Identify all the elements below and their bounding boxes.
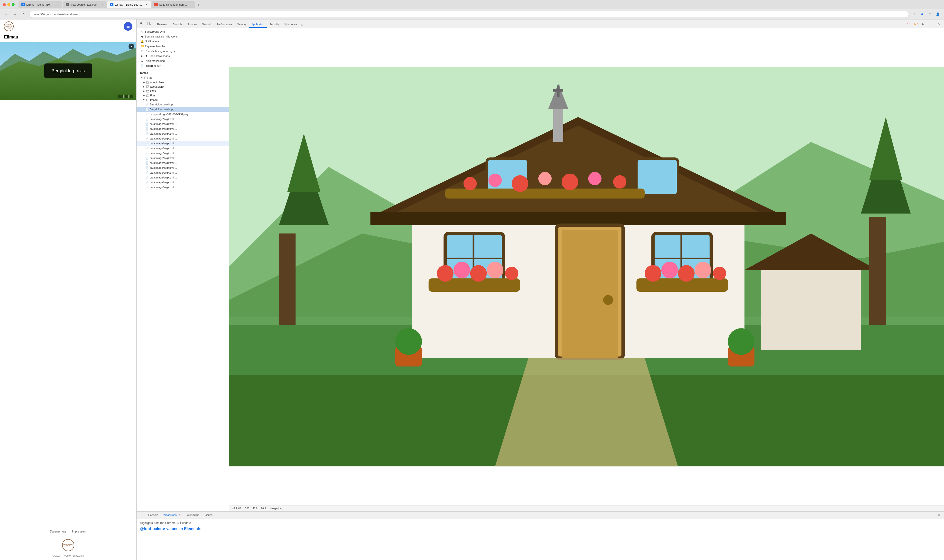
menu-icon[interactable]: ☰	[124, 22, 132, 31]
panorama-close-button[interactable]: ✕	[129, 43, 134, 49]
tree-bergdoktor-1[interactable]: 📄 Bergdoktorpraxis.jpg	[137, 102, 229, 107]
more-options-icon[interactable]: ⋮	[927, 20, 934, 27]
webauthn-tab-label: WebAuthn	[187, 514, 199, 517]
new-tab-button[interactable]: +	[196, 2, 201, 8]
footer-datenschutz[interactable]: Datenschutz	[50, 530, 66, 533]
bottom-content: Highlights from the Chrome 121 update @f…	[137, 519, 944, 560]
tree-bergdoktor-2[interactable]: 📄 Bergdoktorpraxis.jpg	[137, 107, 229, 112]
highlights-text: Highlights from the Chrome 121 update	[140, 521, 941, 525]
close-devtools-icon[interactable]: ✕	[935, 20, 942, 27]
tab-application[interactable]: Application	[249, 22, 267, 28]
back-button[interactable]: ←	[3, 11, 10, 18]
sidebar-label-speculative: Speculative loads	[149, 55, 170, 57]
sidebar-reporting-api[interactable]: 📄 Reporting API	[137, 63, 229, 68]
tree-svg-10[interactable]: 📄 data:image/svg+xml;…	[137, 160, 229, 165]
track-icon: ⊘	[140, 35, 144, 38]
minimize-button[interactable]	[7, 3, 10, 6]
tab-webauthn[interactable]: WebAuthn	[184, 512, 202, 518]
tree-css[interactable]: ▶ CSS	[137, 89, 229, 93]
address-input[interactable]: deine-360-grad-tour.de/steiner-ellmau/	[29, 11, 909, 18]
report-icon: 📄	[140, 64, 144, 68]
svg-rect-6	[148, 22, 150, 25]
forward-button[interactable]: →	[12, 11, 18, 18]
reload-button[interactable]: ↻	[20, 11, 27, 18]
sidebar-bounce-tracking[interactable]: ⊘ Bounce tracking mitigations	[137, 34, 229, 39]
browser-tab-4[interactable]: ! Seite nicht gefunden – Deine… ✕	[151, 1, 195, 8]
tab-3-close[interactable]: ✕	[145, 3, 148, 6]
tree-svg-13[interactable]: 📄 data:image/svg+xml;…	[137, 175, 229, 180]
close-button[interactable]	[3, 3, 6, 6]
tree-top[interactable]: ▼ top	[137, 75, 229, 80]
tree-label-css: CSS	[150, 89, 156, 92]
tab-sources[interactable]: Sources	[185, 22, 199, 28]
tree-svg-15[interactable]: 📄 data:image/svg+xml;…	[137, 185, 229, 190]
sidebar-label-bg-sync: Background sync	[145, 30, 165, 33]
tab-elements[interactable]: Elements	[154, 22, 170, 28]
tab-lighthouse[interactable]: Lighthouse	[281, 22, 300, 28]
page-footer: Datenschutz Impressum	[0, 526, 136, 537]
browser-tab-3[interactable]: E Ellmau – Deine-360-Grad-To… ✕	[107, 1, 151, 8]
tree-svg-3[interactable]: 📄 data:image/svg+xml;…	[137, 126, 229, 131]
panorama-share[interactable]	[125, 95, 129, 98]
tab-console[interactable]: Console	[170, 22, 185, 28]
tree-about-blank-1[interactable]: ▶ about:blank	[137, 80, 229, 85]
sidebar-speculative-loads[interactable]: ▶ ⬆ Speculative loads	[137, 54, 229, 58]
tab-2-close[interactable]: ✕	[101, 3, 104, 6]
browser-tab-1[interactable]: E Ellmau – Deine-360-Grad-To… ✕	[18, 1, 62, 8]
error-badge[interactable]: ✕ 3	[905, 22, 912, 26]
page-spacer	[0, 100, 136, 526]
whats-new-tab-close[interactable]: ✕	[178, 513, 181, 517]
tab-security[interactable]: Security	[267, 22, 281, 28]
sidebar-notifications[interactable]: 🔔 Notifications	[137, 39, 229, 44]
tree-svg-7[interactable]: 📄 data:image/svg+xml;…	[137, 146, 229, 151]
inspector-icon[interactable]	[138, 20, 145, 27]
tab-issues[interactable]: Issues	[202, 512, 215, 518]
tree-svg-1[interactable]: 📄 data:image/svg+xml;…	[137, 117, 229, 122]
tree-svg-11[interactable]: 📄 data:image/svg+xml;…	[137, 165, 229, 170]
tree-label-svg2: data:image/svg+xml;…	[150, 123, 177, 125]
tree-svg-14[interactable]: 📄 data:image/svg+xml;…	[137, 180, 229, 185]
tree-image[interactable]: ▼ Image	[137, 98, 229, 102]
warning-badge[interactable]: ⚠ 2	[912, 22, 919, 26]
tree-svg-12[interactable]: 📄 data:image/svg+xml;…	[137, 170, 229, 175]
browser-tab-2[interactable]: V view-source:https://deine-36… ✕	[63, 1, 107, 8]
tree-cropped-logo[interactable]: 📄 cropped-Logo-512-300x300.png	[137, 112, 229, 117]
extensions-icon[interactable]: ⬡	[927, 11, 933, 18]
bottom-tabs-more[interactable]: ✕	[936, 512, 942, 518]
more-tabs-button[interactable]: »	[300, 22, 305, 28]
tab-4-close[interactable]: ✕	[190, 3, 192, 6]
panorama-info[interactable]	[130, 95, 134, 98]
tab-performance[interactable]: Performance	[214, 22, 234, 28]
tab-console-bottom[interactable]: Console	[146, 512, 160, 518]
sidebar-push-messaging[interactable]: ☁ Push messaging	[137, 58, 229, 63]
sidebar-background-sync[interactable]: ↻ Background sync	[137, 29, 229, 34]
profile-icon[interactable]: 👤	[934, 11, 941, 18]
sidebar-periodic-sync[interactable]: ⏱ Periodic background sync	[137, 49, 229, 54]
preview-image-area	[229, 28, 944, 505]
sidebar-payment-handler[interactable]: 💳 Payment handler	[137, 44, 229, 49]
tree-svg-2[interactable]: 📄 data:image/svg+xml;…	[137, 122, 229, 126]
tree-svg-5[interactable]: 📄 data:image/svg+xml;…	[137, 136, 229, 141]
devtools-split: ↻ Background sync ⊘ Bounce tracking miti…	[137, 28, 944, 511]
settings-icon[interactable]: ⚙	[919, 20, 927, 27]
tree-svg-9[interactable]: 📄 data:image/svg+xml;…	[137, 155, 229, 160]
tree-svg-6[interactable]: 📄 data:image/svg+xml;…	[137, 141, 229, 146]
tree-about-blank-2[interactable]: ▶ about:blank	[137, 85, 229, 89]
tab-memory[interactable]: Memory	[234, 22, 249, 28]
google-icon[interactable]: G	[919, 11, 926, 18]
footer-impressum[interactable]: Impressum	[72, 530, 86, 533]
maximize-button[interactable]	[12, 3, 15, 6]
tab-whats-new[interactable]: What's new ✕	[161, 512, 184, 518]
bell-icon: 🔔	[140, 40, 144, 43]
panorama-fullscreen[interactable]	[118, 95, 124, 98]
tab-network[interactable]: Network	[200, 22, 214, 28]
tree-label-svg15: data:image/svg+xml;…	[150, 186, 177, 189]
device-toolbar-icon[interactable]	[146, 20, 153, 27]
tree-font[interactable]: ▶ Font	[137, 93, 229, 98]
tree-svg-8[interactable]: 📄 data:image/svg+xml;…	[137, 151, 229, 155]
tree-svg-4[interactable]: 📄 data:image/svg+xml;…	[137, 131, 229, 136]
tab-1-close[interactable]: ✕	[57, 3, 59, 6]
bookmark-icon[interactable]: ☆	[911, 11, 918, 18]
font-palette-title[interactable]: @font-palette-values in Elements	[140, 527, 941, 531]
bottom-menu-icon[interactable]: ⋮	[138, 512, 145, 518]
